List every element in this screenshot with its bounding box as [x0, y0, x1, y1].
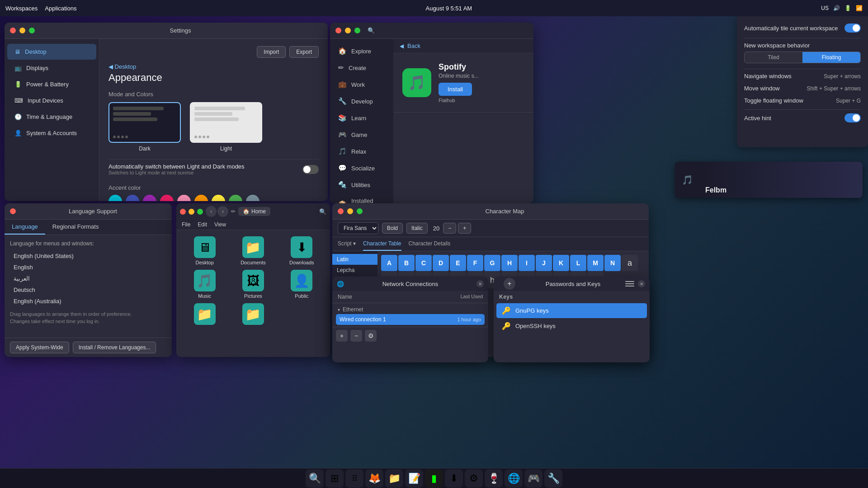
lang-english-us[interactable]: English (United States)	[10, 250, 166, 262]
file-documents[interactable]: 📁 Documents	[231, 236, 275, 265]
auto-tile-toggle[interactable]	[844, 23, 861, 33]
lang-deutsch[interactable]: Deutsch	[10, 284, 166, 296]
char-M[interactable]: M	[587, 255, 604, 271]
floating-option[interactable]: Floating	[802, 52, 860, 63]
script-lepcha[interactable]: Lepcha	[332, 265, 377, 276]
network-close-btn[interactable]: ✕	[476, 280, 484, 287]
accent-cyan[interactable]	[108, 195, 122, 201]
battery-icon[interactable]: 🔋	[844, 5, 851, 11]
char-E[interactable]: E	[450, 255, 466, 271]
accent-orange[interactable]	[194, 195, 208, 201]
openssh-keys-item[interactable]: 🔑 OpenSSH keys	[496, 319, 647, 333]
taskbar-search[interactable]: 🔍	[306, 469, 324, 488]
char-J[interactable]: J	[536, 255, 552, 271]
nav-create[interactable]: ✏ Create	[332, 60, 392, 76]
accent-lightpink[interactable]	[177, 195, 191, 201]
network-wired-connection[interactable]: Wired connection 1 1 hour ago	[336, 314, 485, 325]
nav-game[interactable]: 🎮 Game	[332, 127, 392, 143]
settings-maximize-btn[interactable]	[29, 28, 35, 33]
active-hint-toggle[interactable]	[844, 113, 861, 122]
accent-yellow[interactable]	[212, 195, 225, 201]
sidebar-item-desktop[interactable]: 🖥 Desktop	[7, 44, 96, 60]
light-mode-option[interactable]: Light	[190, 102, 262, 152]
files-path[interactable]: 🏠 Home	[238, 207, 270, 216]
char-H[interactable]: H	[501, 255, 518, 271]
accent-green[interactable]	[229, 195, 242, 201]
tiled-option[interactable]: Tiled	[745, 52, 802, 63]
back-btn[interactable]: ◀	[400, 43, 404, 49]
taskbar-files[interactable]: 📁	[385, 469, 403, 488]
passwords-menu-icon[interactable]	[625, 279, 634, 288]
charmap-tab-table[interactable]: Character Table	[363, 237, 401, 251]
passwords-add-top-btn[interactable]: +	[504, 278, 515, 290]
network-remove-btn[interactable]: −	[350, 330, 362, 342]
script-menu[interactable]: Script ▾	[338, 237, 356, 251]
nav-work[interactable]: 💼 Work	[332, 76, 392, 93]
file-extra2[interactable]: 📁	[231, 303, 275, 327]
settings-minimize-btn[interactable]	[19, 28, 25, 33]
file-menu-edit[interactable]: Edit	[198, 221, 207, 228]
lang-english-au[interactable]: English (Australia)	[10, 296, 166, 307]
taskbar-terminal[interactable]: ▮	[425, 469, 443, 488]
sidebar-item-displays[interactable]: 📺 Displays	[7, 60, 96, 76]
files-minimize-btn[interactable]	[189, 209, 194, 215]
taskbar-apps[interactable]: ⠿	[345, 469, 363, 488]
taskbar-game[interactable]: 🎮	[524, 469, 542, 488]
file-music[interactable]: 🎵 Music	[183, 270, 226, 299]
file-menu-file[interactable]: File	[182, 221, 190, 228]
import-button[interactable]: Import	[257, 46, 286, 58]
nav-installed[interactable]: 📦 Installed apps	[332, 193, 392, 203]
taskbar-wine[interactable]: 🍷	[485, 469, 503, 488]
applications-btn[interactable]: Applications	[45, 5, 76, 12]
charmap-italic-btn[interactable]: Italic	[406, 223, 428, 234]
file-desktop[interactable]: 🖥 Desktop	[183, 236, 226, 265]
char-I[interactable]: I	[519, 255, 535, 271]
auto-switch-toggle[interactable]	[302, 165, 319, 174]
accent-pink[interactable]	[160, 195, 174, 201]
charmap-maximize-btn[interactable]	[357, 208, 363, 214]
install-button[interactable]: Install	[439, 83, 472, 96]
nav-develop[interactable]: 🔧 Develop	[332, 93, 392, 109]
nav-learn[interactable]: 📚 Learn	[332, 110, 392, 126]
charmap-minimize-btn[interactable]	[347, 208, 353, 214]
software-close-btn[interactable]	[335, 28, 341, 33]
tab-language[interactable]: Language	[5, 220, 45, 235]
char-G[interactable]: G	[484, 255, 500, 271]
nav-utilities[interactable]: 🔩 Utilities	[332, 177, 392, 193]
volume-icon[interactable]: 🔊	[833, 5, 840, 11]
files-close-btn[interactable]	[180, 209, 186, 215]
charmap-decrease-btn[interactable]: −	[443, 223, 456, 234]
software-minimize-btn[interactable]	[345, 28, 351, 33]
file-menu-view[interactable]: View	[214, 221, 226, 228]
taskbar-browser2[interactable]: 🌐	[505, 469, 523, 488]
char-A[interactable]: A	[381, 255, 397, 271]
software-search-icon[interactable]: 🔍	[368, 27, 375, 34]
files-back-btn[interactable]: ‹	[206, 206, 217, 217]
nav-explore[interactable]: 🏠 Explore	[332, 43, 392, 59]
accent-blue[interactable]	[126, 195, 139, 201]
dark-mode-option[interactable]: Dark	[108, 102, 181, 152]
taskbar-overview[interactable]: ⊞	[326, 469, 344, 488]
char-B[interactable]: B	[398, 255, 415, 271]
file-public[interactable]: 👤 Public	[280, 270, 324, 299]
software-maximize-btn[interactable]	[354, 28, 360, 33]
charmap-close-btn[interactable]	[338, 208, 344, 214]
char-F[interactable]: F	[467, 255, 483, 271]
charmap-increase-btn[interactable]: +	[458, 223, 471, 234]
ethernet-expand-icon[interactable]: ▾	[338, 307, 340, 312]
files-maximize-btn[interactable]	[197, 209, 203, 215]
files-forward-btn[interactable]: ›	[217, 206, 228, 217]
accent-purple[interactable]	[143, 195, 156, 201]
char-a[interactable]: a	[622, 255, 638, 271]
sidebar-item-input[interactable]: ⌨ Input Devices	[7, 93, 96, 108]
charmap-bold-btn[interactable]: Bold	[382, 223, 403, 234]
char-C[interactable]: C	[415, 255, 432, 271]
charmap-tab-details[interactable]: Character Details	[409, 237, 451, 251]
file-extra1[interactable]: 📁	[183, 303, 226, 327]
lang-arabic[interactable]: العربية	[10, 273, 166, 284]
apply-system-wide-btn[interactable]: Apply System-Wide	[10, 342, 69, 353]
taskbar-settings[interactable]: ⚙	[465, 469, 483, 488]
accent-gray[interactable]	[246, 195, 259, 201]
char-D[interactable]: D	[433, 255, 449, 271]
network-settings-btn[interactable]: ⚙	[365, 330, 377, 342]
